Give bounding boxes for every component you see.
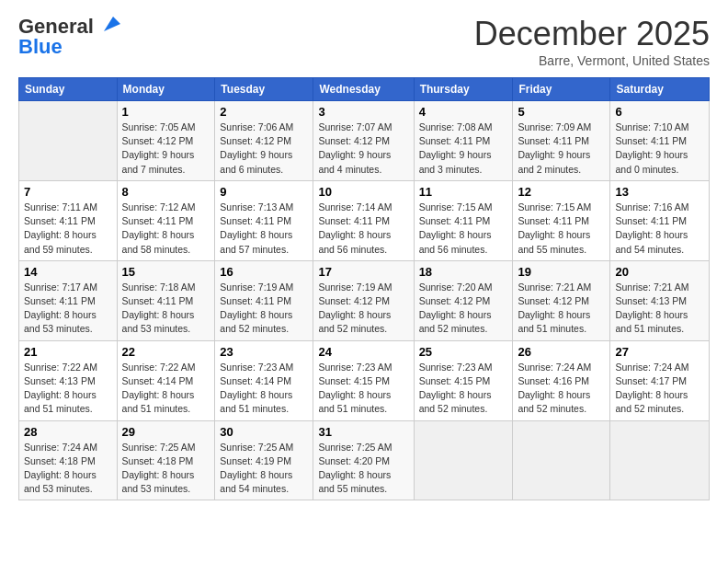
day-number: 19 bbox=[518, 265, 605, 279]
day-info: Sunrise: 7:12 AMSunset: 4:11 PMDaylight:… bbox=[122, 201, 210, 257]
day-number: 1 bbox=[122, 105, 210, 119]
day-number: 2 bbox=[220, 105, 308, 119]
day-info: Sunrise: 7:25 AMSunset: 4:19 PMDaylight:… bbox=[220, 441, 308, 497]
day-number: 3 bbox=[318, 105, 408, 119]
month-title: December 2025 bbox=[474, 15, 710, 53]
day-number: 25 bbox=[419, 345, 508, 359]
day-cell: 26Sunrise: 7:24 AMSunset: 4:16 PMDayligh… bbox=[513, 340, 610, 420]
header-cell-monday: Monday bbox=[117, 78, 215, 101]
day-cell bbox=[414, 420, 513, 500]
day-number: 8 bbox=[122, 185, 210, 199]
day-cell: 31Sunrise: 7:25 AMSunset: 4:20 PMDayligh… bbox=[313, 420, 414, 500]
day-info: Sunrise: 7:11 AMSunset: 4:11 PMDaylight:… bbox=[24, 201, 112, 257]
logo-icon bbox=[97, 13, 120, 37]
day-number: 9 bbox=[220, 185, 308, 199]
day-cell: 14Sunrise: 7:17 AMSunset: 4:11 PMDayligh… bbox=[19, 260, 118, 340]
day-cell: 23Sunrise: 7:23 AMSunset: 4:14 PMDayligh… bbox=[215, 340, 313, 420]
day-cell bbox=[610, 420, 710, 500]
week-row-1: 7Sunrise: 7:11 AMSunset: 4:11 PMDaylight… bbox=[19, 180, 710, 260]
day-cell: 18Sunrise: 7:20 AMSunset: 4:12 PMDayligh… bbox=[414, 260, 513, 340]
week-row-0: 1Sunrise: 7:05 AMSunset: 4:12 PMDaylight… bbox=[19, 101, 710, 181]
day-number: 14 bbox=[24, 265, 112, 279]
day-cell: 11Sunrise: 7:15 AMSunset: 4:11 PMDayligh… bbox=[414, 180, 513, 260]
day-cell bbox=[19, 101, 118, 181]
day-info: Sunrise: 7:09 AMSunset: 4:11 PMDaylight:… bbox=[518, 121, 605, 177]
day-info: Sunrise: 7:21 AMSunset: 4:12 PMDaylight:… bbox=[518, 281, 605, 337]
day-number: 28 bbox=[24, 425, 112, 439]
day-number: 21 bbox=[24, 345, 112, 359]
day-info: Sunrise: 7:23 AMSunset: 4:15 PMDaylight:… bbox=[318, 361, 408, 417]
day-info: Sunrise: 7:24 AMSunset: 4:17 PMDaylight:… bbox=[615, 361, 704, 417]
day-number: 22 bbox=[122, 345, 210, 359]
calendar-table: SundayMondayTuesdayWednesdayThursdayFrid… bbox=[18, 77, 710, 500]
header-cell-saturday: Saturday bbox=[610, 78, 710, 101]
day-cell: 15Sunrise: 7:18 AMSunset: 4:11 PMDayligh… bbox=[117, 260, 215, 340]
day-info: Sunrise: 7:07 AMSunset: 4:12 PMDaylight:… bbox=[318, 121, 408, 177]
day-cell: 8Sunrise: 7:12 AMSunset: 4:11 PMDaylight… bbox=[117, 180, 215, 260]
calendar-header: SundayMondayTuesdayWednesdayThursdayFrid… bbox=[19, 78, 710, 101]
day-cell: 21Sunrise: 7:22 AMSunset: 4:13 PMDayligh… bbox=[19, 340, 118, 420]
day-number: 16 bbox=[220, 265, 308, 279]
day-number: 18 bbox=[419, 265, 508, 279]
day-info: Sunrise: 7:15 AMSunset: 4:11 PMDaylight:… bbox=[419, 201, 508, 257]
day-info: Sunrise: 7:15 AMSunset: 4:11 PMDaylight:… bbox=[518, 201, 605, 257]
day-info: Sunrise: 7:23 AMSunset: 4:14 PMDaylight:… bbox=[220, 361, 308, 417]
day-number: 26 bbox=[518, 345, 605, 359]
day-number: 15 bbox=[122, 265, 210, 279]
week-row-4: 28Sunrise: 7:24 AMSunset: 4:18 PMDayligh… bbox=[19, 420, 710, 500]
day-cell: 2Sunrise: 7:06 AMSunset: 4:12 PMDaylight… bbox=[215, 101, 313, 181]
day-cell: 30Sunrise: 7:25 AMSunset: 4:19 PMDayligh… bbox=[215, 420, 313, 500]
day-cell: 1Sunrise: 7:05 AMSunset: 4:12 PMDaylight… bbox=[117, 101, 215, 181]
day-number: 29 bbox=[122, 425, 210, 439]
header-row: SundayMondayTuesdayWednesdayThursdayFrid… bbox=[19, 78, 710, 101]
day-number: 4 bbox=[419, 105, 508, 119]
day-cell: 12Sunrise: 7:15 AMSunset: 4:11 PMDayligh… bbox=[513, 180, 610, 260]
day-number: 5 bbox=[518, 105, 605, 119]
day-cell: 13Sunrise: 7:16 AMSunset: 4:11 PMDayligh… bbox=[610, 180, 710, 260]
day-info: Sunrise: 7:25 AMSunset: 4:18 PMDaylight:… bbox=[122, 441, 210, 497]
day-number: 12 bbox=[518, 185, 605, 199]
day-cell: 24Sunrise: 7:23 AMSunset: 4:15 PMDayligh… bbox=[313, 340, 414, 420]
day-info: Sunrise: 7:08 AMSunset: 4:11 PMDaylight:… bbox=[419, 121, 508, 177]
day-cell: 29Sunrise: 7:25 AMSunset: 4:18 PMDayligh… bbox=[117, 420, 215, 500]
day-info: Sunrise: 7:10 AMSunset: 4:11 PMDaylight:… bbox=[615, 121, 704, 177]
day-info: Sunrise: 7:17 AMSunset: 4:11 PMDaylight:… bbox=[24, 281, 112, 337]
day-cell: 16Sunrise: 7:19 AMSunset: 4:11 PMDayligh… bbox=[215, 260, 313, 340]
day-info: Sunrise: 7:19 AMSunset: 4:11 PMDaylight:… bbox=[220, 281, 308, 337]
location: Barre, Vermont, United States bbox=[474, 53, 710, 68]
day-number: 11 bbox=[419, 185, 508, 199]
day-cell: 10Sunrise: 7:14 AMSunset: 4:11 PMDayligh… bbox=[313, 180, 414, 260]
day-number: 30 bbox=[220, 425, 308, 439]
header-cell-tuesday: Tuesday bbox=[215, 78, 313, 101]
day-number: 31 bbox=[318, 425, 408, 439]
title-block: December 2025 Barre, Vermont, United Sta… bbox=[474, 15, 710, 68]
day-cell: 28Sunrise: 7:24 AMSunset: 4:18 PMDayligh… bbox=[19, 420, 118, 500]
day-cell: 6Sunrise: 7:10 AMSunset: 4:11 PMDaylight… bbox=[610, 101, 710, 181]
day-number: 13 bbox=[615, 185, 704, 199]
day-info: Sunrise: 7:21 AMSunset: 4:13 PMDaylight:… bbox=[615, 281, 704, 337]
day-info: Sunrise: 7:24 AMSunset: 4:18 PMDaylight:… bbox=[24, 441, 112, 497]
day-cell: 19Sunrise: 7:21 AMSunset: 4:12 PMDayligh… bbox=[513, 260, 610, 340]
day-cell: 25Sunrise: 7:23 AMSunset: 4:15 PMDayligh… bbox=[414, 340, 513, 420]
header-cell-wednesday: Wednesday bbox=[313, 78, 414, 101]
header-cell-thursday: Thursday bbox=[414, 78, 513, 101]
week-row-3: 21Sunrise: 7:22 AMSunset: 4:13 PMDayligh… bbox=[19, 340, 710, 420]
logo: General Blue bbox=[18, 15, 120, 59]
day-info: Sunrise: 7:16 AMSunset: 4:11 PMDaylight:… bbox=[615, 201, 704, 257]
day-info: Sunrise: 7:25 AMSunset: 4:20 PMDaylight:… bbox=[318, 441, 408, 497]
week-row-2: 14Sunrise: 7:17 AMSunset: 4:11 PMDayligh… bbox=[19, 260, 710, 340]
day-info: Sunrise: 7:13 AMSunset: 4:11 PMDaylight:… bbox=[220, 201, 308, 257]
day-cell: 9Sunrise: 7:13 AMSunset: 4:11 PMDaylight… bbox=[215, 180, 313, 260]
day-info: Sunrise: 7:19 AMSunset: 4:12 PMDaylight:… bbox=[318, 281, 408, 337]
header-cell-friday: Friday bbox=[513, 78, 610, 101]
day-cell: 17Sunrise: 7:19 AMSunset: 4:12 PMDayligh… bbox=[313, 260, 414, 340]
day-info: Sunrise: 7:18 AMSunset: 4:11 PMDaylight:… bbox=[122, 281, 210, 337]
day-info: Sunrise: 7:05 AMSunset: 4:12 PMDaylight:… bbox=[122, 121, 210, 177]
day-number: 6 bbox=[615, 105, 704, 119]
day-number: 23 bbox=[220, 345, 308, 359]
day-info: Sunrise: 7:06 AMSunset: 4:12 PMDaylight:… bbox=[220, 121, 308, 177]
day-number: 17 bbox=[318, 265, 408, 279]
header-cell-sunday: Sunday bbox=[19, 78, 118, 101]
header: General Blue December 2025 Barre, Vermon… bbox=[18, 15, 710, 68]
day-info: Sunrise: 7:22 AMSunset: 4:14 PMDaylight:… bbox=[122, 361, 210, 417]
